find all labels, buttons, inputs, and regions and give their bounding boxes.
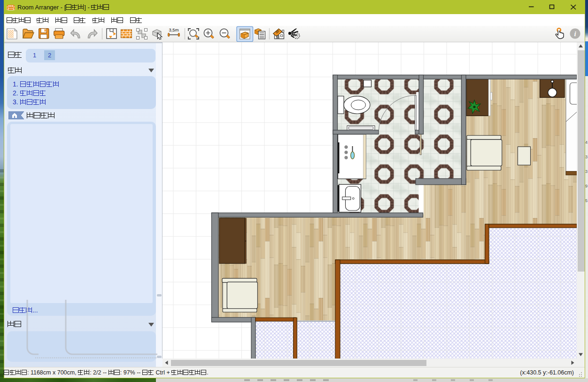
svg-text:3,5m: 3,5m	[169, 27, 178, 32]
